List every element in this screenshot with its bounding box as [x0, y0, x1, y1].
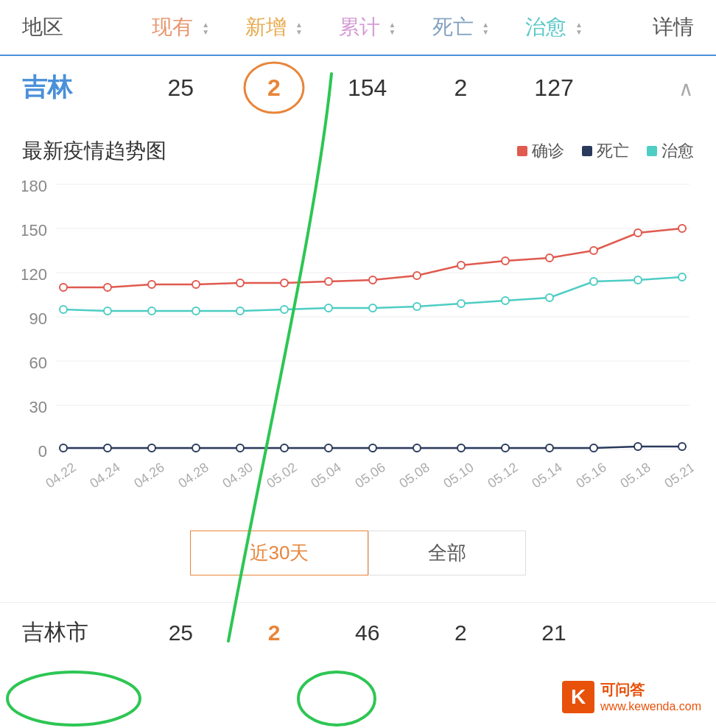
svg-point-49 — [236, 307, 244, 315]
svg-text:04.24: 04.24 — [87, 460, 122, 491]
btn-30days[interactable]: 近30天 — [190, 531, 369, 575]
legend-confirm: 确诊 — [517, 140, 564, 162]
svg-text:05.12: 05.12 — [485, 460, 520, 491]
legend-death: 死亡 — [582, 140, 629, 162]
jilin-link[interactable]: 吉林 — [22, 73, 72, 101]
jilin-xinzeng: 2 — [228, 74, 321, 102]
svg-point-65 — [281, 444, 288, 452]
svg-text:05.18: 05.18 — [617, 460, 653, 491]
svg-point-30 — [60, 284, 67, 291]
svg-point-73 — [634, 443, 642, 450]
svg-point-52 — [369, 304, 376, 312]
chart-title: 最新疫情趋势图 — [22, 137, 166, 165]
svg-point-32 — [148, 281, 155, 288]
svg-point-47 — [148, 307, 155, 315]
chart-header: 最新疫情趋势图 确诊 死亡 治愈 — [22, 137, 694, 165]
svg-text:04.28: 04.28 — [175, 460, 211, 491]
svg-text:04.22: 04.22 — [43, 460, 78, 491]
svg-point-39 — [457, 262, 465, 269]
svg-point-54 — [457, 300, 465, 307]
jilin-city-leiji: 46 — [320, 620, 414, 645]
svg-point-46 — [104, 307, 111, 315]
time-range-buttons: 近30天 全部 — [22, 531, 694, 575]
jilin-leiji: 154 — [320, 74, 414, 102]
header-region: 地区 — [22, 13, 134, 41]
svg-point-70 — [502, 444, 509, 452]
svg-point-61 — [104, 444, 111, 452]
svg-text:60: 60 — [29, 354, 47, 372]
sort-arrows-xinzeng: ▲ ▼ — [295, 21, 303, 36]
svg-point-74 — [678, 443, 686, 450]
svg-point-45 — [60, 306, 67, 313]
jilin-row: 吉林 25 2 154 2 127 ∧ — [0, 56, 716, 119]
btn-all[interactable]: 全部 — [368, 531, 526, 575]
legend-death-dot — [582, 146, 592, 156]
svg-text:150: 150 — [22, 221, 47, 239]
sort-arrows-zhiyu: ▲ ▼ — [575, 21, 583, 36]
svg-text:90: 90 — [29, 309, 47, 328]
svg-point-0 — [245, 63, 303, 113]
svg-point-58 — [634, 276, 642, 284]
header-leiji[interactable]: 累计 ▲ ▼ — [320, 13, 414, 41]
svg-point-36 — [325, 278, 332, 285]
svg-point-72 — [590, 444, 597, 452]
jilin-xianyou: 25 — [134, 74, 228, 102]
header-detail: 详情 — [600, 13, 694, 41]
jilin-expand[interactable]: ∧ — [600, 74, 694, 102]
svg-point-56 — [546, 294, 553, 301]
svg-point-38 — [413, 272, 421, 279]
svg-point-53 — [413, 303, 421, 310]
watermark-text: 可问答 www.kewenda.com — [600, 680, 701, 713]
svg-point-64 — [236, 444, 244, 452]
chart-svg: 180 150 120 90 60 30 0 04.22 04.24 0 — [22, 177, 694, 516]
svg-point-67 — [369, 444, 376, 452]
svg-point-71 — [546, 444, 553, 452]
svg-point-62 — [148, 444, 155, 452]
sort-arrows-xianyou: ▲ ▼ — [202, 21, 209, 36]
watermark: K 可问答 www.kewenda.com — [562, 680, 701, 713]
jilin-siwang: 2 — [414, 74, 508, 102]
svg-point-69 — [457, 444, 465, 452]
svg-point-57 — [590, 278, 597, 285]
svg-point-43 — [634, 229, 642, 237]
svg-text:04.26: 04.26 — [131, 460, 166, 491]
svg-point-60 — [60, 444, 67, 452]
table-header: 地区 现有 ▲ ▼ 新增 ▲ ▼ 累计 ▲ ▼ 死亡 ▲ — [0, 0, 716, 56]
svg-text:30: 30 — [29, 398, 47, 416]
svg-point-44 — [678, 225, 686, 232]
legend-recover-dot — [647, 146, 657, 156]
svg-point-42 — [590, 247, 597, 254]
sort-arrows-siwang: ▲ ▼ — [482, 21, 489, 36]
svg-point-66 — [325, 444, 332, 452]
header-xinzeng[interactable]: 新增 ▲ ▼ — [228, 13, 321, 41]
legend-confirm-dot — [517, 146, 527, 156]
svg-point-41 — [546, 254, 553, 262]
header-xianyou[interactable]: 现有 ▲ ▼ — [134, 13, 228, 41]
svg-text:05.10: 05.10 — [441, 460, 476, 491]
svg-text:05.02: 05.02 — [264, 460, 299, 491]
svg-text:05.16: 05.16 — [573, 460, 608, 491]
legend-recover: 治愈 — [647, 140, 694, 162]
header-siwang[interactable]: 死亡 ▲ ▼ — [414, 13, 508, 41]
jilin-city-xinzeng: 2 — [228, 620, 321, 645]
svg-point-59 — [678, 273, 686, 281]
svg-point-63 — [192, 444, 200, 452]
svg-point-55 — [502, 297, 509, 304]
svg-point-68 — [413, 444, 421, 452]
expand-icon: ∧ — [678, 77, 694, 100]
svg-point-31 — [104, 284, 111, 291]
watermark-k: K — [562, 681, 594, 713]
svg-text:05.06: 05.06 — [352, 460, 387, 491]
header-zhiyu[interactable]: 治愈 ▲ ▼ — [508, 13, 601, 41]
svg-point-33 — [192, 281, 200, 288]
jilin-city-region: 吉林市 — [22, 617, 134, 648]
jilin-region[interactable]: 吉林 — [22, 71, 134, 105]
svg-point-37 — [369, 276, 376, 284]
chart-legend: 确诊 死亡 治愈 — [517, 140, 694, 162]
svg-text:05.21: 05.21 — [661, 460, 694, 491]
jilin-city-xianyou: 25 — [134, 620, 228, 645]
svg-point-34 — [236, 279, 244, 287]
sort-arrows-leiji: ▲ ▼ — [389, 21, 396, 36]
svg-text:05.14: 05.14 — [529, 460, 564, 491]
svg-text:180: 180 — [22, 177, 47, 195]
